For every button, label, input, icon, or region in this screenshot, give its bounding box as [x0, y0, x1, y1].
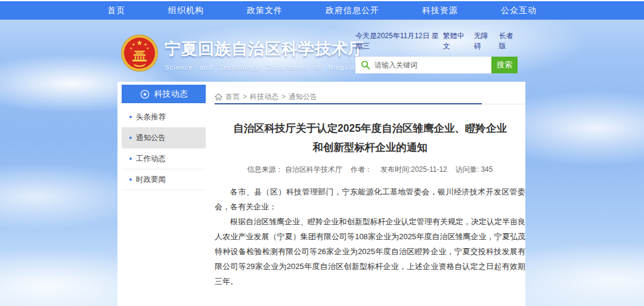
nav-item-home[interactable]: 首页 [107, 5, 125, 16]
bullet-dot-icon [129, 178, 132, 181]
site-subtitle: Science and Technology Department of Nin… [165, 64, 365, 71]
bullet-dot-icon [129, 137, 132, 139]
article-paragraph: 各市、县（区）科技管理部门，宁东能源化工基地管委会，银川经济技术开发区管委会，各… [215, 184, 525, 214]
article-area: 首页 > 科技动态 > 通知公告 自治区科技厅关于认定2025年度自治区雏鹰企业… [215, 82, 525, 306]
sidebar: 科技动态 头条推荐 通知公告 工作动态 时政要闻 [122, 85, 206, 190]
bullet-dot-icon [129, 116, 132, 118]
site-title: 宁夏回族自治区科学技术厅 [165, 38, 365, 60]
link-accessibility[interactable]: 无障碍 [474, 31, 493, 51]
bullet-dot-icon [129, 157, 132, 160]
sidebar-item-label: 头条推荐 [136, 112, 166, 122]
national-emblem-logo [120, 34, 159, 72]
meta-visits: 访问量: 345 [456, 165, 493, 174]
breadcrumb-separator: > [243, 92, 247, 101]
meta-publish-date: 发布时间:2025-11-12 [380, 165, 447, 174]
nav-item-policy-documents[interactable]: 政策文件 [247, 5, 283, 16]
breadcrumb-current: 通知公告 [289, 92, 317, 102]
sidebar-item-headlines[interactable]: 头条推荐 [122, 107, 206, 128]
nav-item-gov-info-disclosure[interactable]: 政府信息公开 [326, 5, 379, 16]
sidebar-item-current-affairs[interactable]: 时政要闻 [122, 169, 206, 190]
sidebar-item-label: 通知公告 [136, 133, 166, 143]
article-paragraph: 根据自治区雏鹰企业、瞪羚企业和创新型标杆企业认定管理有关规定，决定认定半亩良人农… [215, 214, 525, 289]
sidebar-item-label: 工作动态 [136, 154, 166, 164]
nav-item-tech-resources[interactable]: 科技资源 [422, 5, 458, 16]
home-icon [215, 93, 222, 101]
search-icon [361, 60, 370, 70]
link-elderly-version[interactable]: 长者版 [499, 31, 518, 51]
article-title-line2: 和创新型标杆企业的通知 [312, 141, 428, 153]
nav-item-organization[interactable]: 组织机构 [168, 5, 204, 16]
search-bar: 搜索 [355, 57, 518, 73]
quick-links: 繁體中文 无障碍 长者版 [443, 31, 518, 51]
breadcrumb: 首页 > 科技动态 > 通知公告 [215, 82, 525, 104]
breadcrumb-separator: > [281, 92, 286, 101]
search-input[interactable] [355, 57, 491, 73]
article-title-line1: 自治区科技厅关于认定2025年度自治区雏鹰企业、瞪羚企业 [233, 122, 507, 134]
search-button[interactable]: 搜索 [491, 57, 518, 73]
nav-item-public-interaction[interactable]: 公众互动 [501, 5, 537, 16]
link-traditional-chinese[interactable]: 繁體中文 [443, 31, 468, 51]
meta-source: 信息来源： 自治区科学技术厅 [247, 165, 342, 174]
article-meta: 信息来源： 自治区科学技术厅作者：发布时间:2025-11-12访问量: 345 [215, 165, 525, 175]
breadcrumb-underline [215, 103, 482, 104]
article-title: 自治区科技厅关于认定2025年度自治区雏鹰企业、瞪羚企业 和创新型标杆企业的通知 [215, 119, 525, 157]
sidebar-menu: 头条推荐 通知公告 工作动态 时政要闻 [122, 107, 206, 190]
article-body: 各市、县（区）科技管理部门，宁东能源化工基地管委会，银川经济技术开发区管委会，各… [215, 184, 525, 289]
sidebar-item-notices[interactable]: 通知公告 [122, 128, 206, 149]
site-title-block: 宁夏回族自治区科学技术厅 Science and Technology Depa… [165, 38, 365, 71]
top-navigation: 首页 组织机构 政策文件 政府信息公开 科技资源 公众互动 [0, 0, 644, 20]
breadcrumb-home-link[interactable]: 首页 [225, 92, 240, 102]
meta-author: 作者： [351, 165, 372, 174]
site-header: 宁夏回族自治区科学技术厅 Science and Technology Depa… [0, 20, 644, 82]
content-panel: 科技动态 头条推荐 通知公告 工作动态 时政要闻 [117, 82, 525, 306]
sidebar-header: 科技动态 [122, 85, 206, 103]
sidebar-item-work-updates[interactable]: 工作动态 [122, 149, 206, 169]
circled-star-icon [140, 89, 150, 99]
breadcrumb-category-link[interactable]: 科技动态 [250, 92, 278, 102]
current-date-text: 今天是2025年11月12日 星期三 [355, 31, 443, 51]
page: 首页 组织机构 政策文件 政府信息公开 科技资源 公众互动 [0, 0, 644, 306]
header-right: 今天是2025年11月12日 星期三 繁體中文 无障碍 长者版 搜索 [355, 31, 518, 73]
sidebar-item-label: 时政要闻 [136, 175, 166, 185]
sidebar-title: 科技动态 [154, 89, 188, 100]
